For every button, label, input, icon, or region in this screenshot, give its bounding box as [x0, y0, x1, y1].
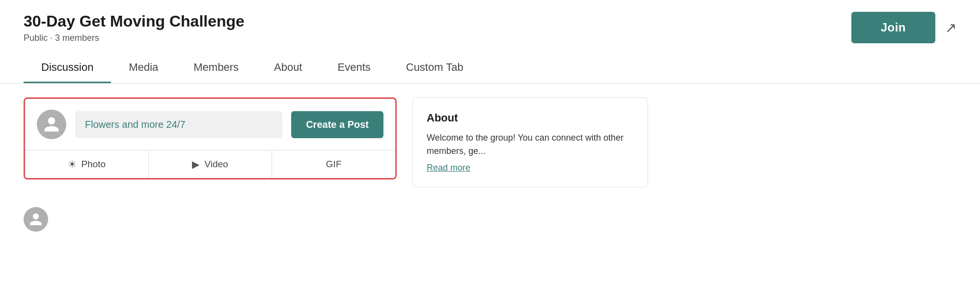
- gif-button[interactable]: GIF: [272, 150, 395, 178]
- photo-label: Photo: [82, 159, 106, 170]
- create-post-button[interactable]: Create a Post: [291, 111, 383, 138]
- post-creator-panel: Create a Post ☀ Photo ▶ Video GIF: [24, 97, 397, 179]
- join-button[interactable]: Join: [851, 12, 935, 43]
- post-input[interactable]: [75, 111, 282, 138]
- video-button[interactable]: ▶ Video: [149, 150, 272, 178]
- post-creator-media-row: ☀ Photo ▶ Video GIF: [25, 150, 395, 178]
- video-icon: ▶: [192, 158, 199, 170]
- share-icon[interactable]: ↗: [945, 20, 956, 36]
- read-more-link[interactable]: Read more: [427, 163, 470, 173]
- page-header: 30-Day Get Moving Challenge Public · 3 m…: [0, 0, 980, 51]
- tab-discussion[interactable]: Discussion: [24, 51, 111, 83]
- main-content: Create a Post ☀ Photo ▶ Video GIF About …: [0, 84, 980, 201]
- avatar-icon: [43, 116, 60, 133]
- about-title: About: [427, 112, 634, 124]
- user-avatar: [37, 110, 66, 139]
- about-description: Welcome to the group! You can connect wi…: [427, 131, 634, 158]
- feed-peek: [0, 201, 980, 238]
- video-label: Video: [204, 159, 228, 170]
- post-author-avatar-icon: [28, 212, 43, 227]
- photo-button[interactable]: ☀ Photo: [25, 150, 149, 178]
- about-panel: About Welcome to the group! You can conn…: [412, 97, 648, 187]
- tab-events[interactable]: Events: [320, 51, 388, 83]
- group-info: 30-Day Get Moving Challenge Public · 3 m…: [24, 12, 245, 43]
- header-actions: Join ↗: [851, 12, 956, 43]
- group-subtitle: Public · 3 members: [24, 33, 245, 43]
- post-creator-top: Create a Post: [25, 99, 395, 150]
- nav-tabs: Discussion Media Members About Events Cu…: [0, 51, 980, 84]
- camera-icon: ☀: [68, 158, 77, 170]
- tab-about[interactable]: About: [256, 51, 320, 83]
- post-author-avatar: [24, 207, 48, 232]
- group-name: 30-Day Get Moving Challenge: [24, 12, 245, 30]
- tab-media[interactable]: Media: [111, 51, 176, 83]
- gif-label: GIF: [326, 159, 342, 170]
- tab-members[interactable]: Members: [176, 51, 256, 83]
- tab-custom[interactable]: Custom Tab: [388, 51, 481, 83]
